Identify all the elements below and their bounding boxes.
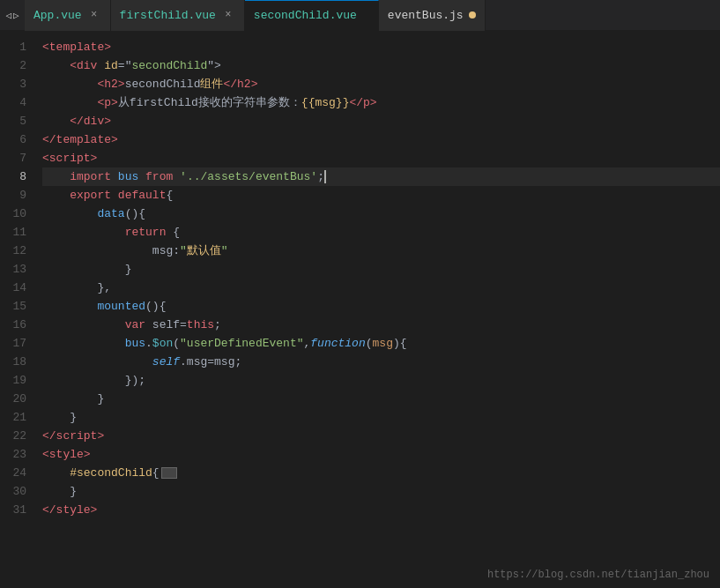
code-line-6: </template> bbox=[42, 130, 720, 149]
code-line-16: var self= this ; bbox=[42, 316, 720, 334]
code-line-7: <script> bbox=[42, 149, 720, 167]
tab-firstchild-vue[interactable]: firstChild.vue × bbox=[111, 0, 245, 31]
tab-secondchild-vue[interactable]: secondChild.vue bbox=[245, 0, 379, 31]
close-tab-firstchild[interactable]: × bbox=[221, 8, 235, 22]
code-line-23: <style> bbox=[42, 445, 720, 464]
code-line-31: </style> bbox=[42, 501, 720, 519]
code-line-3: <h2> secondChild 组件 </h2> bbox=[42, 75, 720, 93]
code-line-9: export default { bbox=[42, 186, 720, 205]
code-line-11: return { bbox=[42, 223, 720, 242]
code-line-22: </script> bbox=[42, 427, 720, 445]
code-line-4: <p> 从firstChild接收的字符串参数： {{msg}} </p> bbox=[42, 93, 720, 112]
tab-bar: ◁ ▷ App.vue × firstChild.vue × secondChi… bbox=[0, 0, 720, 31]
tab-label: firstChild.vue bbox=[120, 9, 216, 22]
close-tab-app[interactable]: × bbox=[87, 8, 101, 22]
code-line-5: </div> bbox=[42, 112, 720, 130]
editor-container: 1 2 3 4 5 6 7 8 9 10 11 12 13 14 15 16 1… bbox=[0, 31, 720, 588]
code-line-19: }); bbox=[42, 371, 720, 390]
tab-arrows[interactable]: ◁ ▷ bbox=[0, 0, 25, 31]
code-line-1: <template> bbox=[42, 38, 720, 56]
code-line-15: mounted (){ bbox=[42, 297, 720, 316]
line-numbers: 1 2 3 4 5 6 7 8 9 10 11 12 13 14 15 16 1… bbox=[0, 31, 35, 588]
modified-dot bbox=[362, 12, 369, 19]
code-line-21: } bbox=[42, 408, 720, 427]
watermark: https://blog.csdn.net/tianjian_zhou bbox=[487, 569, 709, 581]
tab-eventbus-js[interactable]: eventBus.js bbox=[379, 0, 486, 31]
code-line-10: data (){ bbox=[42, 205, 720, 223]
tab-label: secondChild.vue bbox=[254, 9, 357, 22]
code-line-30: } bbox=[42, 482, 720, 501]
tab-label: eventBus.js bbox=[388, 9, 464, 22]
code-area[interactable]: <template> <div id =" secondChild "> <h2… bbox=[35, 31, 720, 588]
code-line-24: #secondChild { bbox=[42, 464, 720, 482]
code-line-17: bus . $on ( "userDefinedEvent" , functio… bbox=[42, 334, 720, 353]
code-line-18: self .msg=msg; bbox=[42, 353, 720, 371]
code-line-13: } bbox=[42, 260, 720, 279]
code-line-8: import bus from '../assets/eventBus' ; bbox=[42, 167, 720, 186]
tab-app-vue[interactable]: App.vue × bbox=[25, 0, 111, 31]
tab-label: App.vue bbox=[33, 9, 82, 22]
code-line-14: }, bbox=[42, 279, 720, 297]
code-line-2: <div id =" secondChild "> bbox=[42, 56, 720, 75]
code-line-12: msg: " 默认值 " bbox=[42, 242, 720, 260]
code-line-20: } bbox=[42, 390, 720, 408]
unsaved-dot bbox=[469, 11, 476, 19]
